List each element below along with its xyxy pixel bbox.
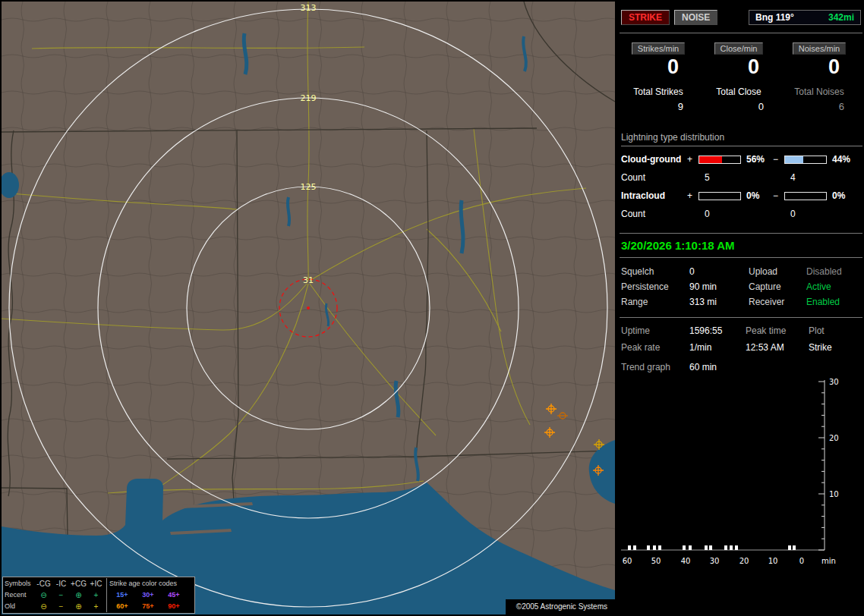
upload-status: Disabled — [806, 264, 864, 279]
x-tick-40: 40 — [681, 557, 691, 565]
peak-rate-value: 1/min — [689, 339, 746, 356]
cg-count-label: Count — [621, 172, 687, 183]
uptime-grid: Uptime 1596:55 Peak time Plot Peak rate … — [618, 318, 864, 356]
receiver-status: Enabled — [806, 294, 864, 310]
age-15: 15+ — [109, 589, 135, 601]
x-tick-10: 10 — [768, 557, 778, 565]
y-tick-30: 30 — [829, 378, 839, 386]
noises-per-min-block: Noises/min 0 — [779, 41, 859, 79]
map-legend: Symbols -CG -IC +CG +IC Strike age color… — [2, 577, 195, 614]
minus-icon: − — [52, 601, 70, 612]
ic-positive-count: 0 — [698, 209, 743, 219]
range-label: Range — [621, 294, 689, 310]
cg-positive-bar — [698, 156, 741, 164]
age-45: 45+ — [161, 589, 187, 601]
cg-negative-pct: 44% — [828, 154, 864, 165]
system-datetime: 3/20/2026 1:10:18 AM — [618, 234, 864, 257]
age-75: 75+ — [135, 601, 161, 612]
intracloud-row: Intracloud + 0% − 0% — [618, 190, 864, 201]
bearing-readout: Bng 119° 342mi — [749, 10, 861, 25]
close-per-min-block: Close/min 0 — [698, 41, 779, 79]
x-unit-label: min — [821, 557, 836, 565]
circle-minus-icon: ⊖ — [35, 601, 52, 612]
ring-label-313: 313 — [301, 3, 317, 13]
totals-row: Total Strikes 9 Total Close 0 Total Nois… — [618, 86, 864, 112]
trend-graph-canvas: 30 20 10 60 50 40 30 20 10 0 min — [620, 376, 847, 573]
strikes-per-min-button[interactable]: Strikes/min — [632, 42, 685, 55]
bearing-value: Bng 119° — [755, 12, 794, 23]
uptime-value: 1596:55 — [689, 322, 746, 339]
legend-old-label: Old — [5, 601, 35, 612]
graph-y-labels: 30 20 10 — [829, 378, 839, 498]
trend-graph-label: Trend graph — [621, 362, 689, 372]
total-strikes-value: 9 — [618, 101, 698, 112]
strike-mode-button[interactable]: STRIKE — [621, 10, 670, 25]
legend-header-pic: +IC — [87, 578, 105, 589]
cloud-ground-row: Cloud-ground + 56% − 44% — [618, 154, 864, 165]
close-per-min-button[interactable]: Close/min — [714, 42, 764, 55]
y-tick-10: 10 — [829, 490, 839, 498]
x-tick-30: 30 — [710, 557, 720, 565]
cg-count-row: Count 5 4 — [618, 172, 864, 183]
graph-x-labels: 60 50 40 30 20 10 0 min — [623, 557, 836, 565]
age-90: 90+ — [161, 601, 187, 612]
ic-count-label: Count — [621, 209, 687, 219]
circle-minus-icon: ⊖ — [35, 589, 52, 601]
total-strikes-label: Total Strikes — [618, 86, 698, 97]
age-30: 30+ — [135, 589, 161, 601]
plot-value: Strike — [809, 339, 864, 356]
legend-symbols-label: Symbols — [5, 578, 35, 589]
upload-label: Upload — [749, 264, 806, 279]
capture-label: Capture — [749, 279, 806, 294]
map-canvas: 313 219 125 31 — [2, 2, 615, 614]
total-close-value: 0 — [698, 101, 779, 112]
squelch-label: Squelch — [621, 264, 689, 279]
plot-label: Plot — [809, 322, 864, 339]
uptime-label: Uptime — [621, 322, 689, 339]
trend-activity-layer — [628, 545, 796, 550]
y-tick-20: 20 — [829, 434, 839, 442]
x-tick-20: 20 — [739, 557, 749, 565]
rate-counters: Strikes/min 0 Close/min 0 Noises/min 0 — [618, 41, 864, 79]
trend-window-value: 60 min — [689, 362, 864, 372]
ic-negative-count: 0 — [784, 209, 828, 219]
total-noises-label: Total Noises — [779, 86, 859, 97]
noise-mode-button[interactable]: NOISE — [674, 10, 717, 25]
circle-plus-icon: ⊕ — [70, 589, 87, 601]
plus-sign: + — [687, 154, 698, 165]
ring-label-31: 31 — [303, 275, 314, 285]
peak-time-value: 12:53 AM — [746, 339, 809, 356]
cg-negative-count: 4 — [784, 172, 828, 183]
noises-per-min-button[interactable]: Noises/min — [793, 42, 846, 55]
total-noises-value: 6 — [779, 101, 859, 112]
total-close-label: Total Close — [698, 86, 779, 97]
bearing-distance: 342mi — [828, 12, 854, 23]
distribution-title: Lightning type distribution — [621, 132, 862, 146]
strikes-per-min-value: 0 — [618, 55, 698, 79]
total-strikes-block: Total Strikes 9 — [618, 86, 698, 112]
legend-age-title: Strike age color codes — [109, 578, 193, 589]
close-per-min-value: 0 — [698, 55, 779, 79]
legend-recent-label: Recent — [5, 589, 35, 601]
copyright-notice: ©2005 Astrogenic Systems — [506, 599, 615, 614]
range-value: 313 mi — [689, 294, 749, 310]
noises-per-min-value: 0 — [779, 55, 859, 79]
cg-negative-bar — [784, 156, 827, 164]
cloud-ground-label: Cloud-ground — [621, 154, 687, 165]
age-60: 60+ — [109, 601, 135, 612]
minus-sign: − — [773, 154, 784, 165]
strikes-per-min-block: Strikes/min 0 — [618, 41, 698, 79]
legend-header-row: Symbols -CG -IC +CG +IC Strike age color… — [5, 578, 193, 589]
ring-label-219: 219 — [301, 93, 317, 103]
ic-count-row: Count 0 0 — [618, 209, 864, 219]
total-noises-block: Total Noises 6 — [779, 86, 859, 112]
ring-label-125: 125 — [301, 182, 317, 192]
plus-sign: + — [687, 190, 698, 201]
persistence-label: Persistence — [621, 279, 689, 294]
control-panel: STRIKE NOISE Bng 119° 342mi Strikes/min … — [618, 0, 864, 616]
lightning-map[interactable]: 313 219 125 31 Symbols -CG -IC +CG +IC S… — [2, 2, 615, 614]
mode-toolbar: STRIKE NOISE Bng 119° 342mi — [618, 0, 864, 25]
peak-rate-label: Peak rate — [621, 339, 689, 356]
circle-plus-icon: ⊕ — [70, 601, 87, 612]
cg-positive-count: 5 — [698, 172, 743, 183]
